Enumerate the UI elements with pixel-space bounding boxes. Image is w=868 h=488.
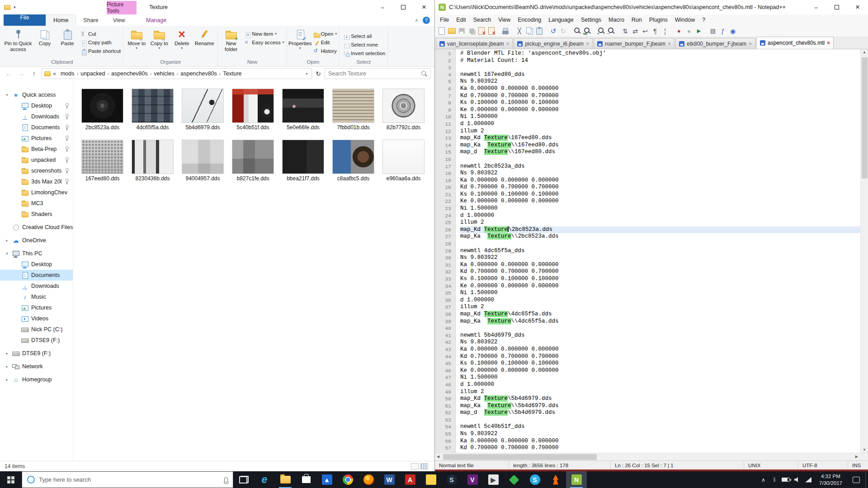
task-view-button[interactable] (233, 471, 254, 488)
delete-button[interactable]: Delete▾ (171, 27, 193, 57)
sidebar-item-limolongchev[interactable]: LimolongChev (0, 187, 73, 198)
menu-language[interactable]: Language (545, 17, 577, 23)
collapse-ribbon-icon[interactable]: ∧ (415, 18, 418, 23)
history-button[interactable]: History (312, 47, 337, 54)
menu-run[interactable]: Run (628, 17, 646, 23)
scroll-left-arrow-icon[interactable]: ◀ (437, 455, 439, 459)
breadcrumb-segment[interactable]: mods (58, 70, 77, 77)
redo-icon[interactable] (559, 27, 568, 36)
sidebar-item-creative-cloud-files[interactable]: Creative Cloud Files (0, 222, 73, 233)
file-list[interactable]: 2bc8523a.dds4dc65f5a.dds5b4d6979.dds5c40… (73, 80, 434, 461)
close-all-icon[interactable] (487, 27, 496, 36)
select-none-button[interactable]: Select none (342, 41, 385, 48)
sidebar-item-network[interactable]: ▸Network (0, 361, 73, 372)
document-tab-etk800-bumper-f-jbeam[interactable]: etk800_bumper_F.jbeam× (675, 38, 755, 49)
document-tab-roamer-bumper-f-jbeam[interactable]: roamer_bumper_F.jbeam× (594, 38, 675, 49)
file-item[interactable]: 5b4d6979.dds (182, 89, 224, 131)
cut-icon[interactable] (515, 27, 524, 36)
breadcrumb-segment[interactable]: aspenchev80s (109, 70, 150, 77)
sidebar-item-pictures[interactable]: Pictures (0, 133, 73, 144)
copy-button[interactable]: Copy (34, 27, 56, 57)
sidebar-item-videos[interactable]: Videos (0, 313, 73, 324)
notepad-plus-plus-icon[interactable]: N (566, 471, 587, 488)
sidebar-item-onedrive[interactable]: ▸OneDrive (0, 235, 73, 246)
hidden-icons-chevron-icon[interactable]: ∧ (758, 471, 769, 488)
open-button[interactable]: Open▾ (312, 30, 337, 37)
refresh-icon[interactable]: ↻ (315, 70, 322, 77)
expander-chevron-icon[interactable]: ▾ (5, 251, 9, 256)
sidebar-item-shaders[interactable]: Shaders (0, 209, 73, 220)
sync-horizontal-icon[interactable] (631, 27, 640, 36)
cut-button[interactable]: Cut (79, 30, 121, 37)
vertical-scrollbar[interactable]: ▲ ▼ (860, 49, 868, 453)
horizontal-scrollbar[interactable]: ◀ ▶ (435, 453, 868, 460)
menu-window[interactable]: Window (671, 17, 698, 23)
visual-studio-icon[interactable]: V (462, 471, 483, 488)
horizontal-scroll-thumb[interactable] (443, 454, 597, 460)
network-icon[interactable] (803, 471, 814, 488)
properties-button[interactable]: ✓Properties▾ (289, 27, 311, 57)
close-button[interactable]: × (414, 0, 434, 14)
sidebar-item-documents[interactable]: Documents (0, 270, 73, 281)
menu-search[interactable]: Search (470, 17, 495, 23)
sidebar-item-unpacked[interactable]: unpacked (0, 155, 73, 165)
beamng-icon[interactable] (545, 471, 566, 488)
bluetooth-icon[interactable]: ᛒ (769, 471, 780, 488)
find-icon[interactable] (573, 27, 582, 36)
expander-chevron-icon[interactable]: ▾ (5, 93, 9, 97)
vertical-scroll-thumb[interactable] (862, 57, 868, 178)
tab-close-icon[interactable]: × (668, 41, 671, 47)
record-macro-icon[interactable] (675, 27, 684, 36)
menu-edit[interactable]: Edit (453, 17, 470, 23)
volume-icon[interactable] (792, 471, 803, 488)
file-item[interactable]: 2bc8523a.dds (81, 89, 123, 131)
file-item[interactable]: bbea21f7.dds (282, 140, 324, 182)
sidebar-item-mc3[interactable]: MC3 (0, 198, 73, 209)
acrobat-icon[interactable]: A (400, 471, 420, 488)
store-icon[interactable] (296, 471, 316, 488)
save-all-icon[interactable] (467, 27, 476, 36)
sidebar-item-downloads[interactable]: Downloads (0, 111, 73, 122)
menu-view[interactable]: View (495, 17, 514, 23)
text-editor[interactable]: # Blender MTL File: 'aspencont_chev80s.o… (456, 49, 860, 453)
tab-close-icon[interactable]: × (506, 41, 509, 47)
npp-maximize-button[interactable] (826, 0, 847, 14)
rename-button[interactable]: Rename (193, 27, 215, 57)
edit-button[interactable]: Edit (312, 39, 337, 46)
sidebar-item-nick-pc-c[interactable]: Nick PC (C:) (0, 324, 73, 335)
sidebar-item-3ds-max-2009[interactable]: 3ds Max 2009 (0, 176, 73, 187)
photos-icon[interactable]: ▲ (316, 471, 337, 488)
media-player-icon[interactable]: ▶ (483, 471, 504, 488)
insert-mode-field[interactable]: INS (848, 461, 868, 469)
play-macro-icon[interactable] (694, 27, 703, 36)
up-button[interactable]: ↑ (29, 70, 39, 77)
sidebar-item-desktop[interactable]: Desktop (0, 259, 73, 270)
picture-tools-contextual-tab[interactable]: Picture Tools (107, 1, 137, 14)
npp-close-button[interactable]: × (847, 0, 868, 14)
forward-button[interactable]: → (16, 70, 26, 77)
breadcrumb-segment[interactable]: Texture (221, 70, 244, 77)
expander-chevron-icon[interactable]: ▸ (5, 351, 9, 356)
file-item[interactable]: 8230436b.dds (132, 140, 174, 182)
copy-icon[interactable] (525, 27, 534, 36)
search-input[interactable]: Search Texture (325, 68, 431, 79)
copy-path-button[interactable]: Copy path (79, 39, 121, 46)
show-desktop-button[interactable] (865, 471, 868, 488)
sidebar-item-homegroup[interactable]: ▸Homegroup (0, 374, 73, 385)
ribbon-tab-file[interactable]: File (4, 14, 46, 26)
address-dropdown-chevron-icon[interactable]: ▾ (304, 72, 309, 76)
breadcrumb-segment[interactable]: vehicles (151, 70, 176, 77)
microphone-icon[interactable] (224, 477, 228, 483)
pin-to-quick-access-button[interactable]: Pin to Quick access (3, 27, 33, 57)
customize-toolbar-chevron-icon[interactable]: ▾ (14, 5, 16, 9)
sidebar-item-downloads[interactable]: Downloads (0, 281, 73, 291)
breadcrumb-segment[interactable]: unpacked (78, 70, 107, 77)
invert-selection-button[interactable]: Invert selection (342, 50, 385, 56)
tab-close-icon[interactable]: × (749, 41, 752, 47)
copy-to-button[interactable]: →Copy to▾ (148, 27, 170, 57)
sticky-notes-icon[interactable] (420, 471, 441, 488)
sidebar-item-music[interactable]: Music (0, 291, 73, 302)
evernote-icon[interactable] (504, 471, 524, 488)
open-file-icon[interactable] (447, 27, 456, 36)
file-item[interactable]: b827c1fe.dds (232, 140, 274, 182)
